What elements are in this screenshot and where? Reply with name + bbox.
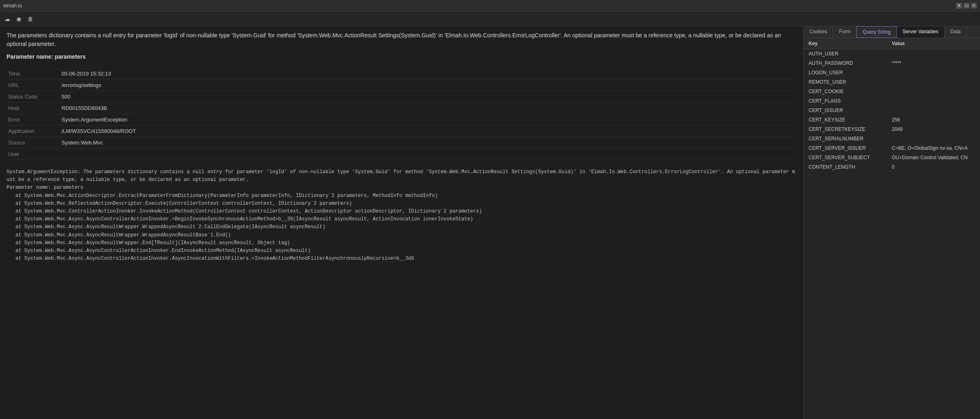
dropdown-button[interactable]: ▼ <box>956 3 962 9</box>
right-panel: CookiesFormQuery StringServer VariablesD… <box>804 26 980 419</box>
detail-value: RD00155DD6043B <box>60 103 797 114</box>
col-header-value: Value <box>892 41 975 46</box>
cell-value: 256 <box>892 117 975 123</box>
table-row: CERT_SERIALNUMBER <box>804 134 980 144</box>
detail-value: 05-06-2019 15:32:13 <box>60 68 797 80</box>
title-bar: elmah.io ▼ ▭ ✕ <box>0 0 980 11</box>
tab-data[interactable]: Data <box>945 26 967 38</box>
cell-key: AUTH_PASSWORD <box>809 60 892 66</box>
cell-value: 0 <box>892 164 975 170</box>
cell-value <box>892 89 975 94</box>
table-row: CERT_SERVER_ISSUERC=BE, O=GlobalSign nv-… <box>804 144 980 153</box>
cell-key: CERT_COOKIE <box>809 89 892 94</box>
cell-value: ***** <box>892 60 975 66</box>
detail-label: Source <box>7 137 60 149</box>
cell-key: CERT_SECRETKEYSIZE <box>809 126 892 132</box>
detail-row: Status Code500 <box>7 91 797 103</box>
toolbar: ☁ ◉ 🗑 <box>0 11 980 26</box>
table-row: AUTH_USER <box>804 49 980 59</box>
cell-value: C=BE, O=GlobalSign nv-sa, CN=A <box>892 145 975 151</box>
cell-value <box>892 98 975 104</box>
detail-value: /errorlog/settings <box>60 80 797 91</box>
cell-key: REMOTE_USER <box>809 79 892 85</box>
detail-value <box>60 149 797 160</box>
tabs-container: CookiesFormQuery StringServer VariablesD… <box>804 26 980 38</box>
cell-key: CERT_FLAGS <box>809 98 892 104</box>
eye-off-icon[interactable]: ◉ <box>15 15 23 23</box>
cell-value: 2048 <box>892 126 975 132</box>
cell-key: CERT_SERVER_ISSUER <box>809 145 892 151</box>
table-row: CERT_FLAGS <box>804 96 980 106</box>
cell-key: CONTENT_LENGTH <box>809 164 892 170</box>
error-title: The parameters dictionary contains a nul… <box>7 31 797 48</box>
cell-value <box>892 108 975 113</box>
tab-cookies[interactable]: Cookies <box>804 26 833 38</box>
detail-label: Status Code <box>7 91 60 103</box>
detail-label: User <box>7 149 60 160</box>
detail-value: 500 <box>60 91 797 103</box>
table-row: CERT_SECRETKEYSIZE2048 <box>804 125 980 134</box>
cell-key: AUTH_USER <box>809 51 892 57</box>
col-header-key: Key <box>809 41 892 46</box>
trash-icon[interactable]: 🗑 <box>26 15 34 23</box>
detail-row: SourceSystem.Web.Mvc <box>7 137 797 149</box>
left-panel: The parameters dictionary contains a nul… <box>0 26 804 419</box>
detail-value: System.ArgumentException <box>60 114 797 126</box>
detail-row: ErrorSystem.ArgumentException <box>7 114 797 126</box>
table-row: CONTENT_LENGTH0 <box>804 163 980 172</box>
table-body: AUTH_USERAUTH_PASSWORD*****LOGON_USERREM… <box>804 49 980 419</box>
cell-key: CERT_SERVER_SUBJECT <box>809 155 892 160</box>
cell-value: OU=Domain Control Validated, CN <box>892 155 975 160</box>
tab-query-string[interactable]: Query String <box>857 26 896 38</box>
detail-label: Error <box>7 114 60 126</box>
table-header: Key Value <box>804 38 980 49</box>
tab-server-variables[interactable]: Server Variables <box>897 26 945 38</box>
title-bar-controls: ▼ ▭ ✕ <box>956 3 977 9</box>
detail-row: Application/LM/W3SVC/415580048/ROOT <box>7 126 797 137</box>
table-row: CERT_ISSUER <box>804 106 980 115</box>
details-table: Time05-06-2019 15:32:13URL/errorlog/sett… <box>7 68 797 160</box>
detail-label: Host <box>7 103 60 114</box>
cell-value <box>892 70 975 76</box>
detail-row: HostRD00155DD6043B <box>7 103 797 114</box>
table-row: CERT_SERVER_SUBJECTOU=Domain Control Val… <box>804 153 980 163</box>
detail-label: Application <box>7 126 60 137</box>
detail-value: System.Web.Mvc <box>60 137 797 149</box>
param-name: Parameter name: parameters <box>7 53 797 60</box>
detail-value: /LM/W3SVC/415580048/ROOT <box>60 126 797 137</box>
detail-label: Time <box>7 68 60 80</box>
close-button[interactable]: ✕ <box>971 3 977 9</box>
cloud-upload-icon[interactable]: ☁ <box>3 15 11 23</box>
detail-row: User <box>7 149 797 160</box>
cell-key: CERT_KEYSIZE <box>809 117 892 123</box>
detail-row: Time05-06-2019 15:32:13 <box>7 68 797 80</box>
cell-value <box>892 136 975 142</box>
cell-value <box>892 51 975 57</box>
table-row: LOGON_USER <box>804 68 980 78</box>
detail-row: URL/errorlog/settings <box>7 80 797 91</box>
detail-label: URL <box>7 80 60 91</box>
title-bar-title: elmah.io <box>3 3 956 9</box>
table-row: CERT_KEYSIZE256 <box>804 115 980 125</box>
main-content: The parameters dictionary contains a nul… <box>0 26 980 419</box>
table-row: AUTH_PASSWORD***** <box>804 59 980 68</box>
table-row: CERT_COOKIE <box>804 87 980 96</box>
cell-key: CERT_ISSUER <box>809 108 892 113</box>
stack-trace: System.ArgumentException: The parameters… <box>7 168 797 263</box>
cell-key: CERT_SERIALNUMBER <box>809 136 892 142</box>
cell-key: LOGON_USER <box>809 70 892 76</box>
cell-value <box>892 79 975 85</box>
restore-button[interactable]: ▭ <box>964 3 969 9</box>
table-row: REMOTE_USER <box>804 78 980 87</box>
tab-form[interactable]: Form <box>833 26 857 38</box>
